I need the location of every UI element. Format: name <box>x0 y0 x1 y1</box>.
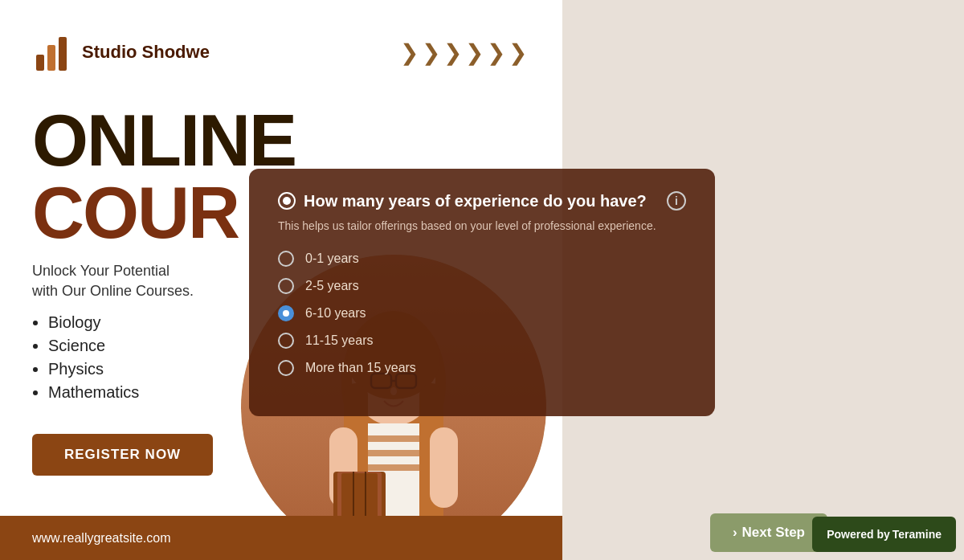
next-step-button[interactable]: › Next Step <box>710 513 827 552</box>
radio-label-0: 0-1 years <box>305 251 359 266</box>
subtitle-line2: with Our Online Courses. <box>32 281 194 301</box>
next-step-label: Next Step <box>742 525 805 541</box>
course-list: Biology Science Physics Mathematics <box>32 313 139 407</box>
brand-name: Studio Shodwe <box>82 42 210 63</box>
next-step-arrow: › <box>733 525 737 541</box>
header: Studio Shodwe ❯❯❯❯❯❯ <box>0 0 562 104</box>
powered-by-badge: Powered by Teramine <box>812 517 956 552</box>
radio-option-3[interactable]: 11-15 years <box>278 333 686 349</box>
radio-circle-0 <box>278 251 294 267</box>
footer-bar: www.reallygreatsite.com <box>0 516 562 560</box>
svg-rect-21 <box>47 45 55 71</box>
radio-option-0[interactable]: 0-1 years <box>278 251 686 267</box>
survey-title: How many years of experience do you have… <box>304 192 647 211</box>
subtitle-line1: Unlock Your Potential <box>32 261 194 281</box>
radio-option-2[interactable]: 6-10 years <box>278 305 686 321</box>
svg-rect-22 <box>59 37 67 71</box>
powered-by-prefix: Powered by <box>827 528 890 541</box>
radio-circle-4 <box>278 360 294 376</box>
radio-circle-1 <box>278 278 294 294</box>
list-item: Biology <box>48 313 139 332</box>
radio-label-2: 6-10 years <box>305 306 366 321</box>
radio-label-3: 11-15 years <box>305 333 374 348</box>
survey-modal: How many years of experience do you have… <box>249 169 715 416</box>
survey-header: How many years of experience do you have… <box>278 191 686 211</box>
survey-title-row: How many years of experience do you have… <box>278 192 647 211</box>
list-item: Science <box>48 337 139 355</box>
footer-url: www.reallygreatsite.com <box>32 531 171 546</box>
hero-line1: ONLINE <box>32 104 296 177</box>
register-button[interactable]: REGISTER NOW <box>32 434 213 476</box>
radio-circle-3 <box>278 333 294 349</box>
logo-area: Studio Shodwe <box>32 31 210 75</box>
list-item: Physics <box>48 360 139 378</box>
list-item: Mathematics <box>48 383 139 402</box>
logo-icon <box>32 31 72 75</box>
radio-circle-2 <box>278 305 294 321</box>
info-icon[interactable]: i <box>667 191 686 211</box>
survey-description: This helps us tailor offerings based on … <box>278 219 686 235</box>
svg-rect-20 <box>36 55 44 71</box>
survey-radio-icon <box>278 192 296 210</box>
radio-label-1: 2-5 years <box>305 279 359 293</box>
radio-option-4[interactable]: More than 15 years <box>278 360 686 376</box>
chevrons: ❯❯❯❯❯❯ <box>400 39 530 66</box>
svg-rect-14 <box>430 427 458 508</box>
subtitle: Unlock Your Potential with Our Online Co… <box>32 261 194 301</box>
radio-label-4: More than 15 years <box>305 361 416 375</box>
powered-by-brand: Teramine <box>893 528 942 541</box>
radio-option-1[interactable]: 2-5 years <box>278 278 686 294</box>
